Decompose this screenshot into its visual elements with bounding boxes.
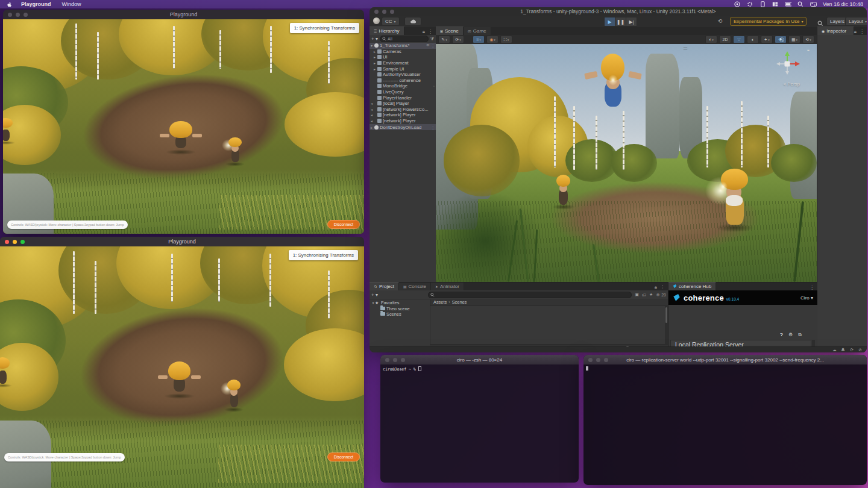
tab-hierarchy[interactable]: ☰Hierarchy <box>370 27 404 35</box>
hierarchy-item[interactable]: ◂[network] FlowersCo... <box>370 107 436 113</box>
tab-game[interactable]: 🎮︎Game <box>464 27 491 35</box>
more-icon[interactable]: ⋮ <box>431 125 435 130</box>
undo-history-icon[interactable]: ⟲ <box>718 18 723 24</box>
more-icon[interactable]: ⋮ <box>428 29 433 35</box>
more-icon[interactable]: ⋮ <box>431 43 435 48</box>
persp-label[interactable]: < Persp <box>783 81 800 87</box>
more-icon[interactable]: ⋮ <box>660 284 665 290</box>
menu-clock[interactable]: Ven 16 dic 10:48 <box>823 1 863 7</box>
account-dropdown[interactable]: CC▾ <box>382 17 400 26</box>
cloud-sync-icon[interactable]: ☁︎ <box>832 348 837 352</box>
camera-dropdown[interactable]: ⛶▾ <box>500 36 512 43</box>
control-center-icon[interactable] <box>810 1 817 8</box>
check-status-icon[interactable]: ⊘ <box>858 348 862 352</box>
wheel-icon[interactable] <box>734 1 741 8</box>
game-view[interactable]: 1: Synchronising Transforms Controls: WA… <box>0 246 364 488</box>
lock-icon[interactable]: 🔒︎ <box>807 48 810 52</box>
hierarchy-item[interactable]: ---------- coherence <box>370 78 436 84</box>
tab-coherence-hub[interactable]: coherence Hub <box>668 282 716 290</box>
create-asset-button[interactable]: + ▾ <box>371 292 378 298</box>
draw-mode-dropdown[interactable]: ◐▾ <box>705 36 717 43</box>
bell-icon[interactable]: 🔔︎ <box>841 348 845 352</box>
server-terminal-body[interactable] <box>583 364 867 485</box>
lock-icon[interactable]: 🔒︎ <box>655 284 657 290</box>
tab-project[interactable]: 📁︎Project <box>370 282 399 290</box>
scene-viewport[interactable]: 🔒︎ < Persp ═ <box>436 44 817 282</box>
gear-icon[interactable] <box>747 1 753 8</box>
hierarchy-item[interactable]: MonoBridge◦ <box>370 83 436 89</box>
battery-icon[interactable] <box>785 1 791 8</box>
add-gameobject-button[interactable]: + ▾ <box>371 36 378 42</box>
hidden-count[interactable]: 👁︎ 20 <box>656 293 666 297</box>
more-icon[interactable]: ⋮ <box>810 285 814 290</box>
filter-icon[interactable]: ⧩ <box>430 37 434 42</box>
hierarchy-item[interactable]: ◂[network] Player <box>370 118 436 124</box>
pivot-dropdown[interactable]: ◉▾ <box>486 36 498 43</box>
cloud-button[interactable] <box>404 17 421 26</box>
window-tile-icon[interactable] <box>772 1 779 8</box>
tool-rotate-dropdown[interactable]: ⟳▾ <box>452 36 464 43</box>
refresh-icon[interactable]: ⟳ <box>850 348 854 352</box>
project-tree-item[interactable]: Scenes <box>370 311 430 317</box>
visibility-toggle[interactable]: 👁︎⃠ <box>775 36 787 43</box>
hierarchy-item[interactable]: ◂[network] Player <box>370 112 436 118</box>
lock-icon[interactable]: 🔒︎ <box>854 29 857 35</box>
layout-dropdown[interactable]: Layout▾ <box>845 17 867 26</box>
terminal-titlebar[interactable]: ciro — replication-server world --udp-po… <box>583 355 867 364</box>
overlay-menu-icon[interactable]: ═ <box>684 45 687 51</box>
pause-button[interactable]: ❚❚ <box>615 17 626 27</box>
hierarchy-item[interactable]: ▸Environment <box>370 60 436 66</box>
tool-handle-dropdown[interactable]: ✎▾ <box>438 36 450 43</box>
hierarchy-dontdestroy-row[interactable]: ▸ DontDestroyOnLoad ⋮ <box>370 124 436 130</box>
apple-logo-icon[interactable] <box>6 1 13 8</box>
terminal-titlebar[interactable]: ciro — -zsh — 80×24 <box>380 355 579 364</box>
hierarchy-scene-row[interactable]: ▾ 1_Transforms* 👁︎⋮ <box>370 43 436 49</box>
component-tools-dropdown[interactable]: ⟲▾ <box>802 36 814 43</box>
hierarchy-search-input[interactable]: All <box>380 36 429 42</box>
lighting-toggle[interactable]: 💡︎ <box>733 36 745 43</box>
tab-scene[interactable]: ⊞Scene <box>436 27 464 35</box>
audio-toggle[interactable]: 🔈︎ <box>747 36 759 43</box>
hierarchy-item[interactable]: ▸UI <box>370 54 436 60</box>
hierarchy-item[interactable]: PlayerHandler <box>370 95 436 101</box>
grid-snap-dropdown[interactable]: ⌗▾ <box>473 36 485 43</box>
hierarchy-item[interactable]: AuthorityVisualiser <box>370 72 436 78</box>
playground-top-titlebar[interactable]: Playground <box>3 10 364 19</box>
experimental-packages-dropdown[interactable]: Experimental Packages In Use▾ <box>730 17 807 26</box>
play-button[interactable]: ▶ <box>604 17 615 27</box>
grid-visibility-dropdown[interactable]: ▦▾ <box>788 36 800 43</box>
orientation-gizmo[interactable]: 🔒︎ <box>773 50 801 80</box>
menu-item-window[interactable]: Window <box>62 1 81 7</box>
device-icon[interactable] <box>760 1 766 8</box>
hierarchy-item[interactable]: LiveQuery <box>370 89 436 95</box>
unity-titlebar[interactable]: 1_Transforms - unity-playground-3 - Wind… <box>370 7 867 16</box>
game-view[interactable]: 1: Synchronising Transforms Controls: WA… <box>3 19 364 234</box>
search-by-label-icon[interactable]: 🏷︎ <box>642 293 646 297</box>
hierarchy-item[interactable]: ◂[local] Player <box>370 101 436 107</box>
disconnect-button[interactable]: Disconnect <box>327 452 360 461</box>
hierarchy-item[interactable]: ▸Sample UI <box>370 66 436 72</box>
more-icon[interactable]: ⋮ <box>860 29 864 35</box>
favorites-filter-icon[interactable]: ★ <box>649 292 653 297</box>
disconnect-button[interactable]: Disconnect <box>327 220 360 229</box>
playground-bottom-titlebar[interactable]: Playground <box>0 237 364 246</box>
search-by-type-icon[interactable]: ▣ <box>635 292 639 297</box>
eye-icon[interactable]: 👁︎ <box>426 43 430 48</box>
lock-icon[interactable]: 🔒︎ <box>423 29 425 35</box>
tab-console[interactable]: ▤Console <box>399 283 431 290</box>
zsh-terminal-body[interactable]: ciro@Josef ~ % <box>380 364 579 483</box>
help-icon[interactable]: ❓︎ <box>780 332 783 338</box>
toggle-2d-button[interactable]: 2D <box>719 36 731 43</box>
settings-gear-icon[interactable]: ⚙︎ <box>788 332 793 338</box>
project-search-input[interactable] <box>428 292 632 298</box>
open-external-icon[interactable]: ⧉ <box>798 332 802 338</box>
tab-animator[interactable]: ➤Animator <box>431 283 464 290</box>
step-button[interactable]: ▶| <box>626 17 637 27</box>
hierarchy-item[interactable]: ▸Cameras <box>370 49 436 55</box>
tab-inspector[interactable]: ◉Inspector <box>817 27 854 35</box>
account-avatar[interactable] <box>373 17 380 24</box>
effects-dropdown[interactable]: ✦▾ <box>761 36 773 43</box>
spotlight-icon[interactable] <box>797 1 804 8</box>
project-tree-item[interactable]: Theo scene <box>370 305 430 311</box>
hub-account-dropdown[interactable]: Ciro ▾ <box>800 295 813 301</box>
